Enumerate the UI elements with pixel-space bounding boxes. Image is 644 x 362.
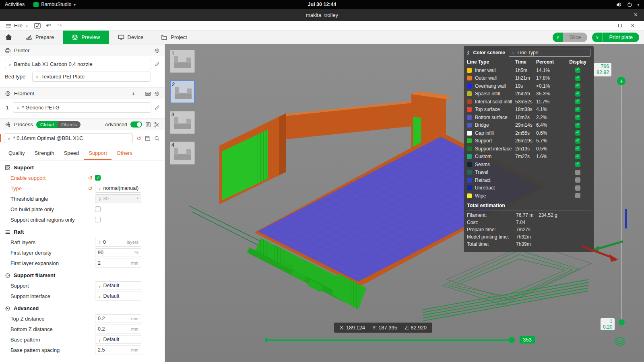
maximize-button[interactable] <box>617 23 623 29</box>
legend-row: Overhang wall19s<0.1% <box>466 82 591 90</box>
file-menu-button[interactable]: File <box>2 21 32 31</box>
edit-filament-button[interactable] <box>155 105 160 110</box>
save-preset-button[interactable] <box>145 136 151 141</box>
raft-layers-input[interactable] <box>103 239 125 245</box>
reset-setting-icon[interactable] <box>88 175 93 181</box>
system-tray[interactable] <box>616 2 644 7</box>
tab-speed[interactable]: Speed <box>60 148 84 160</box>
system-clock[interactable]: Jul 30 12:44 <box>0 2 644 7</box>
advanced-mode-toggle[interactable] <box>130 121 142 128</box>
tab-quality[interactable]: Quality <box>4 148 29 160</box>
display-checkbox[interactable] <box>575 68 580 73</box>
plate-thumbnail-1[interactable]: 1 <box>170 50 195 73</box>
display-checkbox[interactable] <box>575 123 580 128</box>
display-checkbox[interactable] <box>575 83 580 88</box>
collapse-panel-icon[interactable] <box>467 51 470 55</box>
add-filament-button[interactable]: + <box>132 90 135 97</box>
support-type-dropdown[interactable]: normal(manual) <box>95 184 141 193</box>
print-plate-split-button[interactable]: Print plate <box>592 33 639 42</box>
chevron-down-icon <box>512 50 515 56</box>
edit-printer-button[interactable] <box>155 62 160 67</box>
slice-dropdown-arrow[interactable] <box>553 33 563 42</box>
display-checkbox[interactable] <box>575 177 580 183</box>
spinner-arrows[interactable] <box>98 197 101 201</box>
display-checkbox[interactable] <box>575 146 580 151</box>
filament-section-header: Filament + − <box>0 87 165 99</box>
first-layer-density-input[interactable] <box>98 250 133 255</box>
plate-thumbnail-3[interactable]: 3 <box>170 111 195 134</box>
home-button[interactable] <box>0 31 17 44</box>
save-project-button[interactable] <box>32 21 43 30</box>
display-checkbox[interactable] <box>575 130 580 136</box>
print-plate-dropdown-arrow[interactable] <box>592 33 603 42</box>
tab-strength[interactable]: Strength <box>30 148 58 160</box>
3d-viewport[interactable]: 1 2 3 4 Color scheme <box>165 44 644 362</box>
line-type-percent: 17.8% <box>536 75 565 81</box>
compare-presets-button[interactable] <box>145 122 151 128</box>
display-checkbox[interactable] <box>575 154 580 159</box>
display-checkbox[interactable] <box>575 193 580 198</box>
tab-preview[interactable]: Preview <box>63 31 109 44</box>
tab-prepare[interactable]: Prepare <box>17 31 63 44</box>
step-slider-track[interactable] <box>265 339 512 341</box>
base-pattern-dropdown[interactable]: Default <box>95 335 141 344</box>
top-z-distance-input[interactable] <box>98 316 130 321</box>
color-scheme-dropdown[interactable]: Line Type <box>509 49 590 57</box>
redo-button[interactable]: ↷ <box>54 21 66 30</box>
search-settings-button[interactable] <box>154 136 160 141</box>
layers-view-icon[interactable] <box>614 336 625 347</box>
layer-slider-top-handle[interactable] <box>617 77 625 85</box>
display-checkbox[interactable] <box>575 185 580 191</box>
display-checkbox[interactable] <box>575 99 580 104</box>
support-filament-dropdown[interactable]: Default <box>95 281 141 290</box>
display-checkbox[interactable] <box>575 76 580 81</box>
reset-preset-button[interactable] <box>136 135 141 142</box>
on-build-plate-only-checkbox[interactable] <box>95 206 101 212</box>
support-critical-regions-checkbox[interactable] <box>95 217 101 222</box>
support-interface-dropdown[interactable]: Default <box>95 292 141 300</box>
app-menu-button[interactable]: BambuStudio <box>29 0 80 9</box>
layer-slider-track[interactable] <box>621 85 622 320</box>
bed-type-dropdown[interactable]: Textured PEI Plate <box>32 72 151 82</box>
display-checkbox[interactable] <box>575 91 580 97</box>
step-slider[interactable]: 353 <box>265 335 530 345</box>
slice-split-button[interactable]: Slice <box>553 33 587 42</box>
main-tab-bar: Prepare Preview Device Project Slice Pri… <box>0 31 644 44</box>
minimize-button[interactable] <box>604 23 610 29</box>
display-checkbox[interactable] <box>575 170 580 175</box>
display-checkbox[interactable] <box>575 162 580 167</box>
step-slider-handle[interactable] <box>509 337 515 343</box>
process-preset-dropdown[interactable]: * 0.16mm Optimal @BBL X1C <box>4 133 133 143</box>
plate-thumbnail-2[interactable]: 2 <box>170 80 195 103</box>
base-pattern-spacing-input[interactable] <box>98 347 130 353</box>
first-layer-expansion-input[interactable] <box>98 260 130 266</box>
filament-preset-dropdown[interactable]: * Generic PETG <box>13 102 151 113</box>
tab-project[interactable]: Project <box>152 31 196 44</box>
remove-filament-button[interactable]: − <box>138 90 142 97</box>
display-checkbox[interactable] <box>575 138 580 144</box>
display-checkbox[interactable] <box>575 115 580 120</box>
plate-thumbnail-4[interactable]: 4 <box>170 142 195 165</box>
reset-setting-icon[interactable] <box>88 185 93 191</box>
printer-preset-dropdown[interactable]: Bambu Lab X1 Carbon 0.4 nozzle <box>5 59 151 69</box>
tab-device[interactable]: Device <box>109 31 153 44</box>
printer-settings-button[interactable] <box>154 48 160 53</box>
scope-global-button[interactable]: Global <box>36 121 58 128</box>
filament-settings-button[interactable] <box>154 91 160 97</box>
spinner-arrows[interactable] <box>98 240 101 244</box>
undo-button[interactable]: ↶ <box>43 21 54 30</box>
close-window-button[interactable] <box>630 23 636 29</box>
scissors-icon-button[interactable] <box>154 122 160 128</box>
enable-support-checkbox[interactable] <box>95 175 101 181</box>
tab-others[interactable]: Others <box>112 148 137 160</box>
close-icon[interactable] <box>634 12 638 18</box>
display-checkbox[interactable] <box>575 107 580 112</box>
scope-objects-button[interactable]: Objects <box>58 121 80 128</box>
bottom-z-distance-input[interactable] <box>98 326 130 332</box>
activities-button[interactable]: Activities <box>0 2 29 7</box>
ams-sync-button[interactable] <box>145 91 151 96</box>
setting-label: On build plate only <box>10 206 95 212</box>
layer-slider-bottom-handle[interactable] <box>619 319 625 325</box>
threshold-angle-input[interactable] <box>103 196 135 202</box>
tab-support[interactable]: Support <box>84 148 111 160</box>
